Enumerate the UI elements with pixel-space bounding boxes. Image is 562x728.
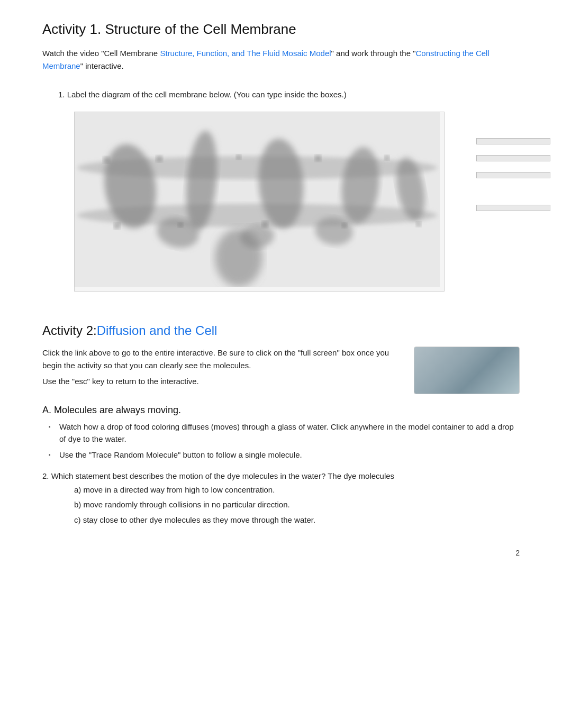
activity2-intro-row: Click the link above to go to the entire…: [42, 347, 520, 394]
svg-point-17: [178, 222, 183, 228]
page-number: 2: [42, 549, 520, 557]
svg-point-21: [215, 229, 262, 287]
answer-a: a) move in a directed way from high to l…: [74, 483, 520, 498]
answer-b: b) move randomly through collisions in n…: [74, 497, 520, 513]
activity2-screenshot: [414, 347, 520, 394]
activity2-title: Activity 2:Diffusion and the Cell: [42, 323, 520, 338]
svg-point-18: [262, 221, 268, 228]
label-box-3: [476, 172, 550, 178]
question2-text: 2. Which statement best describes the mo…: [42, 470, 520, 483]
activity2-link[interactable]: Diffusion and the Cell: [97, 323, 217, 338]
label-box-4: [476, 205, 550, 211]
label-box-1: [476, 138, 550, 144]
activity1-title: Activity 1. Structure of the Cell Membra…: [42, 21, 520, 38]
question2-block: 2. Which statement best describes the mo…: [42, 470, 520, 528]
svg-point-11: [103, 157, 110, 163]
intro-text-mid: " and work through the ": [331, 49, 416, 58]
intro-text-before: Watch the video "Cell Membrane: [42, 49, 160, 58]
label-box-2: [476, 155, 550, 161]
diagram-svg: [75, 112, 440, 287]
section-a-title: A. Molecules are always moving.: [42, 405, 520, 416]
svg-point-14: [315, 155, 321, 161]
svg-point-13: [236, 154, 241, 160]
intro-text-end: " interactive.: [80, 61, 124, 70]
activity2-title-static: Activity 2:: [42, 323, 97, 338]
answer-c: c) stay close to other dye molecules as …: [74, 513, 520, 528]
answer-list: a) move in a directed way from high to l…: [74, 483, 520, 528]
activity2-para1: Click the link above to go to the entire…: [42, 347, 398, 372]
svg-point-16: [114, 223, 120, 229]
side-annotations: [476, 138, 550, 211]
svg-point-12: [156, 156, 162, 162]
activity2-intro-text: Click the link above to go to the entire…: [42, 347, 398, 388]
bullet-item-2: Use the "Trace Random Molecule" button t…: [48, 449, 520, 461]
activity2-para2: Use the "esc" key to return to the inter…: [42, 375, 398, 388]
bullet-item-1: Watch how a drop of food coloring diffus…: [48, 421, 520, 445]
bullet-list: Watch how a drop of food coloring diffus…: [48, 421, 520, 461]
svg-point-15: [384, 155, 389, 160]
cell-membrane-diagram: [74, 112, 445, 292]
video-link[interactable]: Structure, Function, and The Fluid Mosai…: [160, 49, 331, 58]
question1-text: 1. Label the diagram of the cell membran…: [58, 88, 520, 101]
svg-point-19: [342, 223, 347, 228]
intro-paragraph: Watch the video "Cell Membrane Structure…: [42, 47, 520, 72]
svg-point-20: [416, 222, 421, 227]
diagram-wrapper: [58, 112, 460, 292]
